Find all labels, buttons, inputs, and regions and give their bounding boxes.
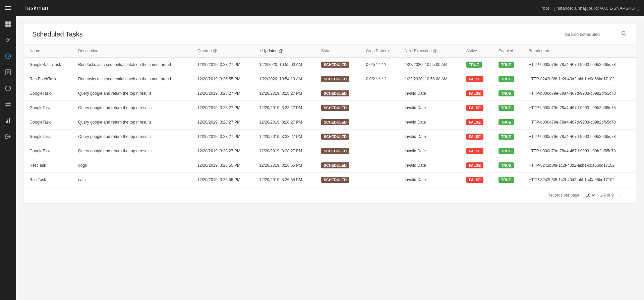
col-description: Description xyxy=(73,45,192,58)
table-row[interactable]: GoogleTask Query google and return the t… xyxy=(24,130,636,144)
cell-breadcrumb: HTTP-b000d79e-78a4-467d-9903-c09b2bf65c7… xyxy=(523,86,636,101)
main-content: Taskman root [instance: alpha] [build: v… xyxy=(16,0,644,300)
table-row[interactable]: RestBatchTask Run tasks as a sequential … xyxy=(24,72,636,86)
table-row[interactable]: GoogleTask Query google and return the t… xyxy=(24,115,636,130)
cell-status: SCHEDULED xyxy=(316,173,361,187)
cell-next-execution: Invalid Date xyxy=(399,101,461,115)
col-created-at: Created @ xyxy=(192,45,254,58)
cell-updated-at: 12/20/2019, 3:28:27 PM xyxy=(254,101,315,115)
cell-next-execution: Invalid Date xyxy=(399,86,461,101)
cell-enabled: TRUE xyxy=(493,58,523,72)
cell-enabled: TRUE xyxy=(493,158,523,173)
cell-breadcrumb: HTTP-8242b3f8-1c2f-40d2-abb1-c0a56bd1710… xyxy=(523,72,636,86)
enabled-badge: TRUE xyxy=(499,134,514,140)
svg-rect-8 xyxy=(6,121,7,123)
svg-point-4 xyxy=(6,39,9,42)
cell-next-execution: 1/22/2020, 10:56:00 AM xyxy=(399,72,461,86)
svg-rect-0 xyxy=(5,21,8,24)
enabled-badge: TRUE xyxy=(499,177,514,183)
cell-status: SCHEDULED xyxy=(316,144,361,158)
cell-status: SCHEDULED xyxy=(316,130,361,144)
status-badge: SCHEDULED xyxy=(321,162,349,168)
cell-breadcrumb: HTTP-b000d79e-78a4-467d-9903-c09b2bf65c7… xyxy=(523,115,636,130)
cell-breadcrumb: HTTP-b000d79e-78a4-467d-9903-c09b2bf65c7… xyxy=(523,144,636,158)
cell-description: Run tasks as a sequential batch on the s… xyxy=(73,72,192,86)
search-button[interactable] xyxy=(620,29,628,39)
cell-created-at: 12/20/2019, 3:26:55 PM xyxy=(192,72,254,86)
cell-description: Query google and return the top n result… xyxy=(73,115,192,130)
table-row[interactable]: GoogleBatchTask Run tasks as a sequentia… xyxy=(24,58,636,72)
cell-description: dogs xyxy=(73,158,192,173)
cell-status: SCHEDULED xyxy=(316,158,361,173)
pagination-prev-button[interactable]: ‹ xyxy=(618,192,622,199)
hamburger-icon[interactable] xyxy=(5,6,11,10)
sidebar-item-transfer[interactable] xyxy=(0,96,16,112)
svg-rect-3 xyxy=(8,24,11,27)
cell-cron-pattern xyxy=(361,130,399,144)
col-updated-at[interactable]: ↓ Updated @ xyxy=(254,45,315,58)
status-badge: SCHEDULED xyxy=(321,177,349,183)
table-row[interactable]: RestTask cats 12/20/2019, 3:26:55 PM 12/… xyxy=(24,173,636,187)
cell-description: Query google and return the top n result… xyxy=(73,130,192,144)
cell-enabled: TRUE xyxy=(493,72,523,86)
cell-status: SCHEDULED xyxy=(316,72,361,86)
cell-name: GoogleTask xyxy=(24,130,73,144)
app-title: Taskman xyxy=(24,5,48,12)
table-row[interactable]: GoogleTask Query google and return the t… xyxy=(24,101,636,115)
sidebar-menu-toggle[interactable] xyxy=(0,0,16,16)
cell-next-execution: Invalid Date xyxy=(399,173,461,187)
cell-cron-pattern xyxy=(361,86,399,101)
enabled-badge: TRUE xyxy=(499,148,514,154)
cell-updated-at: 12/20/2019, 3:28:27 PM xyxy=(254,144,315,158)
sidebar-item-dashboard[interactable] xyxy=(0,16,16,32)
search-input[interactable] xyxy=(565,32,619,37)
cell-name: GoogleBatchTask xyxy=(24,58,73,72)
sidebar-item-chart[interactable] xyxy=(0,112,16,129)
cell-breadcrumb: HTTP-b000d79e-78a4-467d-9903-c09b2bf65c7… xyxy=(523,130,636,144)
cell-status: SCHEDULED xyxy=(316,115,361,130)
cell-created-at: 12/20/2019, 3:28:27 PM xyxy=(192,115,254,130)
table-footer: Records per page: 5102550 1-9 of 9 ‹ › xyxy=(24,187,636,203)
status-badge: SCHEDULED xyxy=(321,119,349,125)
cell-next-execution: Invalid Date xyxy=(399,115,461,130)
cell-description: Query google and return the top n result… xyxy=(73,144,192,158)
col-next-execution: Next Execution @ xyxy=(399,45,461,58)
sidebar-item-log[interactable] xyxy=(0,64,16,80)
cell-name: GoogleTask xyxy=(24,115,73,130)
sidebar-item-exit[interactable] xyxy=(0,129,16,145)
cell-name: RestBatchTask xyxy=(24,72,73,86)
enabled-badge: TRUE xyxy=(499,119,514,125)
cell-created-at: 12/20/2019, 3:28:27 PM xyxy=(192,101,254,115)
pagination-next-button[interactable]: › xyxy=(626,192,631,199)
table-row[interactable]: GoogleTask Query google and return the t… xyxy=(24,86,636,101)
cell-description: Query google and return the top n result… xyxy=(73,86,192,101)
sidebar-item-info[interactable] xyxy=(0,80,16,96)
active-badge: FALSE xyxy=(466,90,483,96)
cell-cron-pattern: 0 0/5 * * * ? xyxy=(361,58,399,72)
cell-enabled: TRUE xyxy=(493,86,523,101)
sidebar-item-jobs[interactable] xyxy=(0,32,16,48)
cell-cron-pattern xyxy=(361,158,399,173)
cell-created-at: 12/20/2019, 3:26:55 PM xyxy=(192,158,254,173)
cell-created-at: 12/20/2019, 3:28:27 PM xyxy=(192,58,254,72)
records-per-page-select[interactable]: 5102550 xyxy=(585,193,596,198)
active-badge: FALSE xyxy=(466,119,483,125)
cell-name: GoogleTask xyxy=(24,101,73,115)
col-status: Status xyxy=(316,45,361,58)
cell-active: FALSE xyxy=(461,130,493,144)
cell-name: RestTask xyxy=(24,173,73,187)
cell-enabled: TRUE xyxy=(493,101,523,115)
sidebar-item-scheduled[interactable] xyxy=(0,48,16,64)
content-area: Scheduled Tasks Name xyxy=(16,16,644,300)
cell-breadcrumb: HTTP-8242b3f8-1c2f-40d2-abb1-c0a56bd1710… xyxy=(523,173,636,187)
cell-breadcrumb: HTTP-8242b3f8-1c2f-40d2-abb1-c0a56bd1710… xyxy=(523,158,636,173)
cell-active: FALSE xyxy=(461,72,493,86)
cell-cron-pattern: 0 0/2 * * * ? xyxy=(361,72,399,86)
table-row[interactable]: RestTask dogs 12/20/2019, 3:26:55 PM 12/… xyxy=(24,158,636,173)
col-name: Name xyxy=(24,45,73,58)
cell-status: SCHEDULED xyxy=(316,101,361,115)
enabled-badge: TRUE xyxy=(499,62,514,68)
svg-rect-2 xyxy=(5,24,8,27)
table-row[interactable]: GoogleTask Query google and return the t… xyxy=(24,144,636,158)
active-badge: TRUE xyxy=(466,62,482,68)
